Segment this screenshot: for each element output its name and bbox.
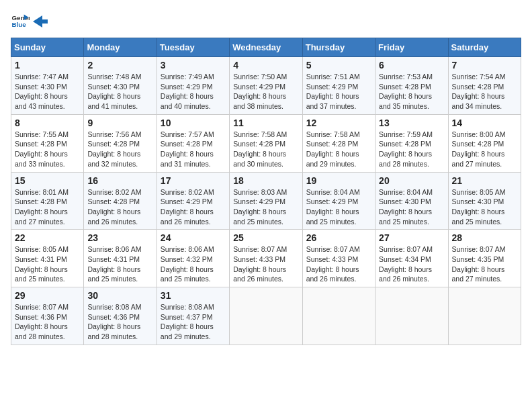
- calendar-cell: 30 Sunrise: 8:08 AMSunset: 4:36 PMDaylig…: [84, 287, 157, 345]
- day-number: 10: [161, 118, 226, 128]
- calendar-week-row-3: 15 Sunrise: 8:01 AMSunset: 4:28 PMDaylig…: [11, 172, 521, 230]
- day-detail: Sunrise: 8:01 AMSunset: 4:28 PMDaylight:…: [15, 187, 80, 227]
- calendar-cell: 19 Sunrise: 8:04 AMSunset: 4:29 PMDaylig…: [302, 172, 375, 230]
- calendar-cell: [302, 287, 375, 345]
- calendar-week-row-4: 22 Sunrise: 8:05 AMSunset: 4:31 PMDaylig…: [11, 230, 521, 287]
- day-number: 28: [452, 232, 517, 243]
- day-detail: Sunrise: 8:07 AMSunset: 4:33 PMDaylight:…: [233, 244, 298, 284]
- calendar-cell: 5 Sunrise: 7:51 AMSunset: 4:29 PMDayligh…: [302, 57, 375, 115]
- calendar-table: SundayMondayTuesdayWednesdayThursdayFrid…: [11, 38, 521, 345]
- calendar-cell: 9 Sunrise: 7:56 AMSunset: 4:28 PMDayligh…: [84, 114, 157, 172]
- logo-icon: General Blue: [11, 11, 30, 30]
- day-number: 3: [161, 60, 226, 71]
- day-detail: Sunrise: 7:49 AMSunset: 4:29 PMDaylight:…: [161, 72, 226, 111]
- day-detail: Sunrise: 7:47 AMSunset: 4:30 PMDaylight:…: [15, 72, 80, 111]
- day-number: 31: [161, 290, 226, 301]
- calendar-week-row-5: 29 Sunrise: 8:07 AMSunset: 4:36 PMDaylig…: [11, 287, 521, 345]
- calendar-cell: 29 Sunrise: 8:07 AMSunset: 4:36 PMDaylig…: [11, 287, 84, 345]
- day-number: 23: [87, 232, 152, 243]
- day-detail: Sunrise: 8:06 AMSunset: 4:31 PMDaylight:…: [87, 244, 152, 284]
- calendar-cell: 3 Sunrise: 7:49 AMSunset: 4:29 PMDayligh…: [157, 57, 229, 115]
- day-detail: Sunrise: 7:56 AMSunset: 4:28 PMDaylight:…: [87, 130, 152, 169]
- day-number: 2: [87, 60, 152, 71]
- calendar-cell: 6 Sunrise: 7:53 AMSunset: 4:28 PMDayligh…: [375, 57, 448, 115]
- day-number: 24: [161, 232, 226, 243]
- calendar-cell: 26 Sunrise: 8:07 AMSunset: 4:33 PMDaylig…: [302, 230, 375, 287]
- day-detail: Sunrise: 7:50 AMSunset: 4:29 PMDaylight:…: [233, 72, 298, 111]
- day-detail: Sunrise: 7:59 AMSunset: 4:28 PMDaylight:…: [379, 130, 444, 169]
- calendar-week-row-1: 1 Sunrise: 7:47 AMSunset: 4:30 PMDayligh…: [11, 57, 521, 115]
- day-detail: Sunrise: 8:07 AMSunset: 4:33 PMDaylight:…: [306, 244, 371, 284]
- day-detail: Sunrise: 8:07 AMSunset: 4:36 PMDaylight:…: [15, 302, 80, 342]
- day-number: 13: [379, 118, 444, 128]
- day-number: 11: [233, 118, 298, 128]
- calendar-cell: 10 Sunrise: 7:57 AMSunset: 4:28 PMDaylig…: [157, 114, 229, 172]
- day-detail: Sunrise: 8:02 AMSunset: 4:28 PMDaylight:…: [87, 187, 152, 227]
- day-detail: Sunrise: 7:58 AMSunset: 4:28 PMDaylight:…: [306, 130, 371, 169]
- calendar-cell: 28 Sunrise: 8:07 AMSunset: 4:35 PMDaylig…: [448, 230, 521, 287]
- day-detail: Sunrise: 8:08 AMSunset: 4:37 PMDaylight:…: [161, 302, 226, 342]
- calendar-cell: 21 Sunrise: 8:05 AMSunset: 4:30 PMDaylig…: [448, 172, 521, 230]
- day-header-sunday: Sunday: [11, 38, 84, 57]
- day-header-saturday: Saturday: [448, 38, 521, 57]
- day-header-monday: Monday: [84, 38, 157, 57]
- day-detail: Sunrise: 7:58 AMSunset: 4:28 PMDaylight:…: [233, 130, 298, 169]
- calendar-cell: [375, 287, 448, 345]
- day-header-thursday: Thursday: [302, 38, 375, 57]
- day-detail: Sunrise: 7:48 AMSunset: 4:30 PMDaylight:…: [87, 72, 152, 111]
- calendar-cell: 17 Sunrise: 8:02 AMSunset: 4:29 PMDaylig…: [157, 172, 229, 230]
- day-number: 22: [15, 232, 80, 243]
- calendar-cell: 20 Sunrise: 8:04 AMSunset: 4:30 PMDaylig…: [375, 172, 448, 230]
- day-detail: Sunrise: 8:00 AMSunset: 4:28 PMDaylight:…: [452, 130, 517, 169]
- day-detail: Sunrise: 7:55 AMSunset: 4:28 PMDaylight:…: [15, 130, 80, 169]
- day-detail: Sunrise: 8:08 AMSunset: 4:36 PMDaylight:…: [87, 302, 152, 342]
- calendar-cell: 8 Sunrise: 7:55 AMSunset: 4:28 PMDayligh…: [11, 114, 84, 172]
- calendar-cell: 2 Sunrise: 7:48 AMSunset: 4:30 PMDayligh…: [84, 57, 157, 115]
- calendar-cell: 11 Sunrise: 7:58 AMSunset: 4:28 PMDaylig…: [230, 114, 302, 172]
- day-number: 1: [15, 60, 80, 71]
- day-number: 27: [379, 232, 444, 243]
- day-number: 16: [87, 175, 152, 186]
- day-detail: Sunrise: 7:51 AMSunset: 4:29 PMDaylight:…: [306, 72, 371, 111]
- day-number: 12: [306, 118, 371, 128]
- day-detail: Sunrise: 8:05 AMSunset: 4:31 PMDaylight:…: [15, 244, 80, 284]
- calendar-cell: 25 Sunrise: 8:07 AMSunset: 4:33 PMDaylig…: [230, 230, 302, 287]
- day-number: 7: [452, 60, 517, 71]
- calendar-cell: [230, 287, 302, 345]
- day-number: 30: [87, 290, 152, 301]
- day-detail: Sunrise: 8:04 AMSunset: 4:30 PMDaylight:…: [379, 187, 444, 227]
- svg-text:Blue: Blue: [11, 21, 26, 28]
- day-detail: Sunrise: 8:05 AMSunset: 4:30 PMDaylight:…: [452, 187, 517, 227]
- calendar-cell: 27 Sunrise: 8:07 AMSunset: 4:34 PMDaylig…: [375, 230, 448, 287]
- day-detail: Sunrise: 8:07 AMSunset: 4:34 PMDaylight:…: [379, 244, 444, 284]
- day-number: 8: [15, 118, 80, 128]
- day-number: 15: [15, 175, 80, 186]
- day-detail: Sunrise: 8:03 AMSunset: 4:29 PMDaylight:…: [233, 187, 298, 227]
- day-detail: Sunrise: 7:57 AMSunset: 4:28 PMDaylight:…: [161, 130, 226, 169]
- calendar-cell: 14 Sunrise: 8:00 AMSunset: 4:28 PMDaylig…: [448, 114, 521, 172]
- calendar-cell: 4 Sunrise: 7:50 AMSunset: 4:29 PMDayligh…: [230, 57, 302, 115]
- day-number: 4: [233, 60, 298, 71]
- calendar-cell: 24 Sunrise: 8:06 AMSunset: 4:32 PMDaylig…: [157, 230, 229, 287]
- day-detail: Sunrise: 8:06 AMSunset: 4:32 PMDaylight:…: [161, 244, 226, 284]
- day-detail: Sunrise: 8:07 AMSunset: 4:35 PMDaylight:…: [452, 244, 517, 284]
- calendar-week-row-2: 8 Sunrise: 7:55 AMSunset: 4:28 PMDayligh…: [11, 114, 521, 172]
- calendar-cell: 7 Sunrise: 7:54 AMSunset: 4:28 PMDayligh…: [448, 57, 521, 115]
- calendar-cell: 1 Sunrise: 7:47 AMSunset: 4:30 PMDayligh…: [11, 57, 84, 115]
- day-number: 6: [379, 60, 444, 71]
- day-number: 26: [306, 232, 371, 243]
- day-number: 25: [233, 232, 298, 243]
- page-header: General Blue: [11, 11, 521, 30]
- day-detail: Sunrise: 7:54 AMSunset: 4:28 PMDaylight:…: [452, 72, 517, 111]
- calendar-cell: 31 Sunrise: 8:08 AMSunset: 4:37 PMDaylig…: [157, 287, 229, 345]
- calendar-cell: 22 Sunrise: 8:05 AMSunset: 4:31 PMDaylig…: [11, 230, 84, 287]
- day-header-tuesday: Tuesday: [157, 38, 229, 57]
- day-number: 9: [87, 118, 152, 128]
- calendar-cell: 15 Sunrise: 8:01 AMSunset: 4:28 PMDaylig…: [11, 172, 84, 230]
- day-number: 18: [233, 175, 298, 186]
- day-number: 19: [306, 175, 371, 186]
- calendar-cell: 23 Sunrise: 8:06 AMSunset: 4:31 PMDaylig…: [84, 230, 157, 287]
- day-number: 17: [161, 175, 226, 186]
- calendar-cell: 12 Sunrise: 7:58 AMSunset: 4:28 PMDaylig…: [302, 114, 375, 172]
- svg-marker-4: [33, 15, 48, 28]
